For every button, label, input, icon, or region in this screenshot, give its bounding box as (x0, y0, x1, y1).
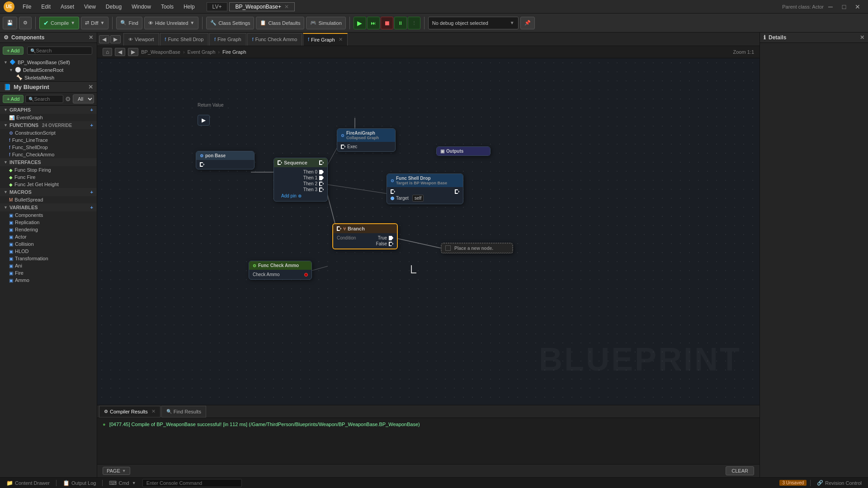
graph-nav-right[interactable]: ▶ (110, 35, 121, 43)
bp-add-button[interactable]: + Add (3, 95, 24, 103)
place-node[interactable]: Place a new node. (441, 243, 513, 253)
compiler-results-close[interactable]: ✕ (151, 408, 156, 414)
branch-node[interactable]: ⑂ Branch Condition True False (332, 223, 398, 249)
tab-bp-weaponbase[interactable]: BP_WeaponBase+ ✕ (229, 2, 295, 11)
stop-button[interactable]: ⏹ (381, 17, 393, 29)
graph-nav-left[interactable]: ◀ (99, 35, 109, 43)
sequence-add-pin[interactable]: Add pin ⊕ (278, 192, 324, 199)
class-settings-button[interactable]: 🔧 Class Settings (206, 17, 254, 29)
breadcrumb-nav-back[interactable]: ◀ (115, 48, 125, 56)
bp-search-input[interactable] (34, 96, 60, 102)
tab-func-check-ammo[interactable]: f Func Check Ammo (247, 33, 302, 46)
diff-button[interactable]: ⇄ Diff ▼ (81, 17, 108, 29)
output-log-button[interactable]: 📋 Output Log (60, 478, 99, 488)
breadcrumb-eventgraph[interactable]: Event Graph (188, 49, 216, 55)
play-button[interactable]: ▶ (354, 17, 366, 29)
firegraph2-tab-close[interactable]: ✕ (339, 37, 343, 42)
bp-item-actor[interactable]: ▣ Actor (0, 233, 97, 240)
maximize-button[interactable]: □ (837, 0, 851, 14)
fireani-node[interactable]: ⊙ FireAniGraph Collapsed Graph Exec (337, 128, 396, 152)
tab-viewport[interactable]: 👁 Viewport (123, 33, 159, 46)
tab-fire-graph-2[interactable]: f Fire Graph ✕ (303, 33, 347, 46)
macros-header[interactable]: ▼ MACROS + (0, 188, 97, 196)
find-button[interactable]: 🔍 Find (116, 17, 142, 29)
macros-add-icon[interactable]: + (90, 189, 93, 195)
bp-item-funcfire[interactable]: ◆ Func Fire (0, 174, 97, 181)
graphs-header[interactable]: ▼ GRAPHS + (0, 106, 97, 114)
bp-settings-icon[interactable]: ⚙ (65, 95, 71, 103)
components-close[interactable]: ✕ (89, 34, 93, 41)
interfaces-header[interactable]: ▼ INTERFACES (0, 158, 97, 166)
bp-item-construction[interactable]: ⚙ ConstructionScript (0, 129, 97, 136)
extra-button[interactable]: ⋮ (408, 17, 420, 29)
menu-file[interactable]: File (18, 3, 36, 11)
console-input[interactable] (142, 479, 242, 487)
hide-unrelated-button[interactable]: 👁 Hide Unrelated ▼ (144, 17, 198, 29)
breadcrumb-nav-forward[interactable]: ▶ (128, 48, 138, 56)
simulation-button[interactable]: 🎮 Simulation (306, 17, 345, 29)
graphs-add-icon[interactable]: + (90, 107, 93, 113)
menu-asset[interactable]: Asset (56, 3, 79, 11)
bp-item-ammo[interactable]: ▣ Ammo (0, 277, 97, 284)
bp-item-bulletspread[interactable]: M BulletSpread (0, 196, 97, 203)
hide-dropdown-icon[interactable]: ▼ (190, 20, 194, 25)
outputs-node[interactable]: ▣ Outputs (436, 146, 491, 156)
compile-dropdown-icon[interactable]: ▼ (71, 20, 75, 25)
content-drawer-button[interactable]: 📁 Content Drawer (4, 478, 52, 488)
bp-item-stopfiring[interactable]: ◆ Func Stop Firing (0, 166, 97, 174)
menu-window[interactable]: Window (127, 3, 156, 11)
tab-lv[interactable]: LV+ (207, 2, 228, 11)
tab-compiler-results[interactable]: ⚙ Compiler Results ✕ (99, 406, 160, 418)
close-button[interactable]: ✕ (851, 0, 864, 14)
revision-control-button[interactable]: 🔗 Revision Control (814, 478, 864, 488)
bp-item-collision[interactable]: ▣ Collision (0, 240, 97, 248)
bp-item-jetgetheight[interactable]: ◆ Func Jet Get Height (0, 181, 97, 188)
bp-item-transformation[interactable]: ▣ Transformation (0, 255, 97, 262)
bp-item-components[interactable]: ▣ Components (0, 211, 97, 219)
debug-selector[interactable]: No debug object selected ▼ (428, 17, 519, 29)
functions-add-icon[interactable]: + (90, 122, 93, 128)
my-blueprint-close[interactable]: ✕ (88, 84, 93, 90)
tree-item-defaultsceneroot[interactable]: ▼ ⚪ DefaultSceneRoot (0, 66, 97, 74)
bp-item-eventgraph[interactable]: 📊 EventGraph (0, 114, 97, 121)
tree-item-skeletalmesh[interactable]: 🦴 SkeletalMesh (0, 74, 97, 81)
pause-button[interactable]: ⏸ (394, 17, 407, 29)
blueprint-canvas[interactable]: BLUEPRINT ▶ (97, 58, 760, 405)
menu-debug[interactable]: Debug (101, 3, 126, 11)
tab-func-shell-drop[interactable]: f Func Shell Drop (160, 33, 209, 46)
funccheck-node[interactable]: ⊙ Func Check Ammo Check Ammo (249, 261, 312, 280)
menu-help[interactable]: Help (179, 3, 199, 11)
details-close-button[interactable]: ✕ (860, 34, 864, 41)
variables-header[interactable]: ▼ VARIABLES + (0, 203, 97, 211)
compile-button[interactable]: ✔ Compile ▼ (39, 17, 79, 29)
bp-item-replication[interactable]: ▣ Replication (0, 219, 97, 226)
functions-header[interactable]: ▼ FUNCTIONS 24 OVERRIDE + (0, 121, 97, 129)
bp-item-ani[interactable]: ▣ Ani (0, 262, 97, 269)
breadcrumb-bp[interactable]: BP_WeaponBase (141, 49, 180, 55)
save-button[interactable]: 💾 (3, 17, 17, 29)
debug-extra-button[interactable]: 📌 (520, 17, 535, 29)
bp-item-shelldrop[interactable]: f Func_ShellDrop (0, 144, 97, 151)
bp-dropdown[interactable]: All (73, 94, 94, 103)
tab-fire-graph-1[interactable]: f Fire Graph (209, 33, 246, 46)
menu-view[interactable]: View (80, 3, 100, 11)
bp-item-fire[interactable]: ▣ Fire (0, 269, 97, 277)
clear-button[interactable]: CLEAR (726, 466, 754, 475)
bp-item-rendering[interactable]: ▣ Rendering (0, 226, 97, 233)
menu-edit[interactable]: Edit (37, 3, 55, 11)
bp-item-hlod[interactable]: ▣ HLOD (0, 248, 97, 255)
menu-tools[interactable]: Tools (156, 3, 178, 11)
weapon-base-node[interactable]: ⚙ pon Base (196, 151, 255, 169)
components-add-button[interactable]: + Add (3, 47, 24, 55)
skip-button[interactable]: ⏭ (367, 17, 380, 29)
variables-add-icon[interactable]: + (90, 205, 93, 210)
cmd-button[interactable]: ⌨ Cmd ▼ (106, 478, 138, 488)
bp-item-linetrace[interactable]: f Func_LineTrace (0, 136, 97, 144)
icon2-button[interactable]: ⚙ (19, 17, 32, 29)
sequence-node[interactable]: Sequence Then 0 Then 1 Then 2 (274, 158, 328, 202)
components-search-input[interactable] (36, 48, 89, 53)
breadcrumb-nav-home[interactable]: ⌂ (103, 48, 112, 56)
diff-dropdown-icon[interactable]: ▼ (100, 20, 105, 25)
bp-item-checkammo[interactable]: f Func_CheckAmmo (0, 151, 97, 158)
funcshell-node[interactable]: ⊙ Func Shell Drop Target is BP Weapon Ba… (387, 174, 463, 204)
